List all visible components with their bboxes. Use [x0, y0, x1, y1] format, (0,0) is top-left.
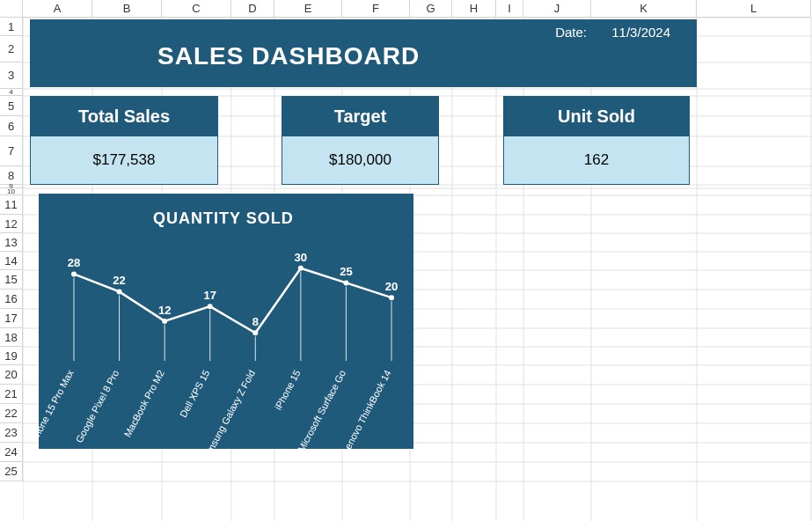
svg-text:30: 30 — [295, 251, 307, 264]
svg-text:17: 17 — [203, 289, 216, 302]
row-header-12[interactable]: 12 — [0, 215, 23, 233]
row-header-2[interactable]: 2 — [0, 36, 23, 62]
kpi-header-1: Target — [282, 96, 439, 136]
column-header-E[interactable]: E — [274, 0, 342, 18]
svg-text:22: 22 — [113, 274, 125, 287]
row-header-1[interactable]: 1 — [0, 18, 23, 36]
column-header-F[interactable]: F — [342, 0, 410, 18]
svg-text:20: 20 — [385, 280, 398, 293]
column-headers: ABCDEFGHIJKL — [23, 0, 811, 18]
column-header-B[interactable]: B — [92, 0, 162, 18]
row-header-16[interactable]: 16 — [0, 290, 23, 309]
date-value: 11/3/2024 — [611, 25, 670, 40]
column-header-A[interactable]: A — [23, 0, 92, 18]
column-header-D[interactable]: D — [231, 0, 274, 18]
svg-point-44 — [117, 289, 122, 294]
worksheet[interactable]: SALES DASHBOARD Date: 11/3/2024 Total Sa… — [23, 18, 812, 521]
svg-point-60 — [298, 266, 304, 271]
row-header-21[interactable]: 21 — [0, 385, 23, 404]
column-header-G[interactable]: G — [410, 0, 452, 18]
svg-text:12: 12 — [158, 304, 171, 317]
kpi-value-2: 162 — [503, 136, 690, 185]
svg-point-64 — [343, 280, 348, 285]
row-header-13[interactable]: 13 — [0, 233, 23, 252]
dashboard-header: SALES DASHBOARD Date: 11/3/2024 — [30, 19, 697, 87]
row-header-10[interactable]: 10 — [0, 188, 23, 195]
row-header-19[interactable]: 19 — [0, 347, 23, 365]
chart-plot-area: 28iPhone 15 Pro Max22Google Pixel 8 Pro1… — [39, 194, 413, 449]
row-header-5[interactable]: 5 — [0, 96, 23, 116]
svg-point-48 — [162, 319, 167, 324]
date-label: Date: — [555, 25, 587, 40]
svg-point-52 — [208, 304, 213, 309]
column-header-H[interactable]: H — [452, 0, 496, 18]
svg-text:MacBook Pro M2: MacBook Pro M2 — [122, 368, 166, 438]
column-header-L[interactable]: L — [697, 0, 811, 18]
svg-text:Lenovo ThinkBook 14: Lenovo ThinkBook 14 — [340, 368, 392, 449]
svg-text:28: 28 — [68, 256, 80, 269]
column-header-I[interactable]: I — [496, 0, 523, 18]
select-all-corner[interactable] — [0, 0, 23, 18]
kpi-header-0: Total Sales — [30, 96, 218, 136]
dashboard-title: SALES DASHBOARD — [157, 42, 420, 70]
kpi-value-0: $177,538 — [30, 136, 218, 185]
row-header-3[interactable]: 3 — [0, 62, 23, 89]
row-header-6[interactable]: 6 — [0, 116, 23, 136]
column-header-K[interactable]: K — [591, 0, 697, 18]
row-header-24[interactable]: 24 — [0, 443, 23, 462]
row-header-23[interactable]: 23 — [0, 423, 23, 443]
quantity-sold-chart: QUANTITY SOLD 28iPhone 15 Pro Max22Googl… — [39, 194, 413, 449]
svg-text:8: 8 — [252, 315, 259, 328]
row-header-17[interactable]: 17 — [0, 309, 23, 328]
row-header-4[interactable]: 4 — [0, 89, 23, 96]
svg-point-40 — [71, 271, 77, 276]
row-header-20[interactable]: 20 — [0, 365, 23, 385]
svg-text:Microsoft Surface Go: Microsoft Surface Go — [296, 368, 347, 449]
row-header-15[interactable]: 15 — [0, 270, 23, 290]
svg-text:iPhone 15 Pro Max: iPhone 15 Pro Max — [39, 368, 76, 446]
svg-text:Dell XPS 15: Dell XPS 15 — [178, 368, 211, 419]
svg-text:25: 25 — [340, 265, 352, 278]
svg-text:Google Pixel 8 Pro: Google Pixel 8 Pro — [74, 368, 121, 444]
row-header-7[interactable]: 7 — [0, 136, 23, 166]
row-header-11[interactable]: 11 — [0, 195, 23, 215]
svg-point-56 — [252, 330, 258, 335]
svg-point-68 — [389, 295, 394, 300]
row-header-14[interactable]: 14 — [0, 252, 23, 270]
column-header-C[interactable]: C — [162, 0, 231, 18]
row-header-18[interactable]: 18 — [0, 328, 23, 347]
column-header-J[interactable]: J — [523, 0, 591, 18]
kpi-value-1: $180,000 — [282, 136, 439, 185]
row-headers: 1234567891011121314151617181920212223242… — [0, 18, 23, 481]
row-header-25[interactable]: 25 — [0, 462, 23, 481]
svg-text:iPhone 15: iPhone 15 — [273, 368, 303, 411]
row-header-22[interactable]: 22 — [0, 404, 23, 423]
kpi-header-2: Unit Sold — [503, 96, 690, 136]
